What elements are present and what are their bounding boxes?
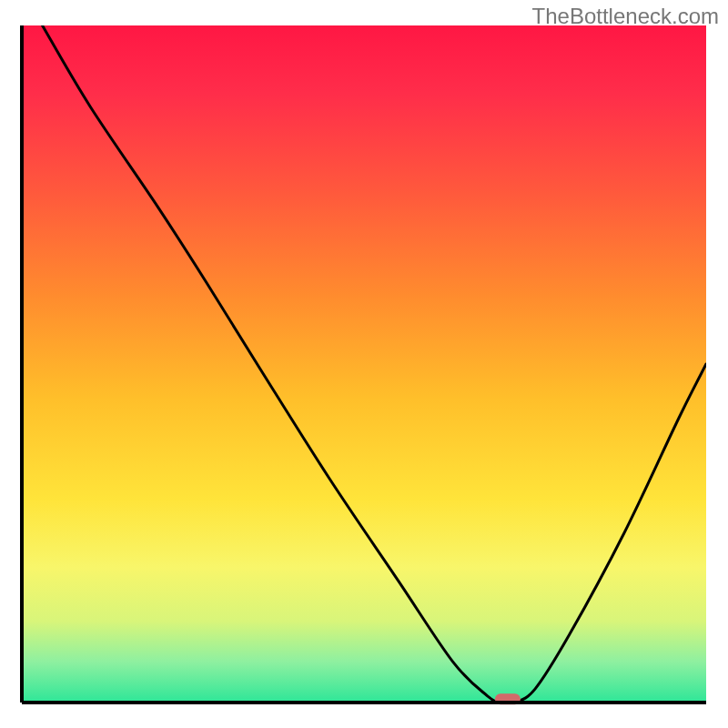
gradient-background [22, 25, 706, 703]
watermark-text: TheBottleneck.com [532, 4, 719, 29]
chart-canvas: TheBottleneck.com [0, 0, 728, 728]
bottleneck-chart [0, 0, 728, 728]
